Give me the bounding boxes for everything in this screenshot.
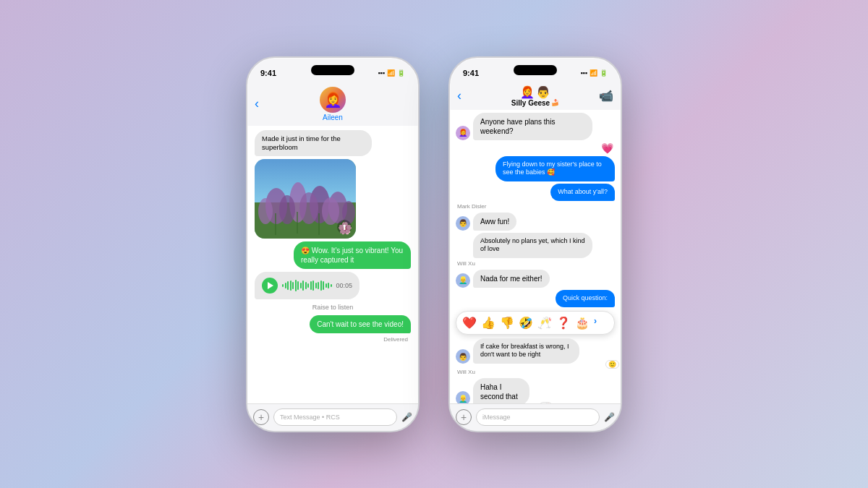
tapback-thumbsdown[interactable]: 👎 [500, 316, 514, 330]
bubble-g14: Haha I second that [473, 378, 529, 403]
heart-reaction: 💗 [601, 142, 613, 154]
group-header[interactable]: 👩‍🦰 👨 Silly Geese 🍰 [511, 85, 559, 107]
bubble-sent-2: Can't wait to see the video! [310, 315, 411, 333]
bubble-sent-1: 😍 Wow. It's just so vibrant! You really … [294, 241, 411, 269]
messages-area-1: Made it just in time for the superbloom [247, 126, 418, 403]
svg-point-6 [258, 198, 273, 224]
contact-header-1[interactable]: 👩‍🦰 Aileen [320, 87, 346, 121]
tapback-more[interactable]: › [594, 316, 597, 330]
contact-name-1: Aileen [323, 114, 343, 121]
msg-row-g14: 👱‍♂️ Haha I second that 🥂 [456, 378, 615, 403]
sender-mark: Mark Disler [456, 203, 615, 210]
mic-button-2[interactable]: 🎤 [604, 412, 615, 422]
add-button-1[interactable]: + [253, 409, 269, 425]
group-name: Silly Geese [511, 99, 550, 107]
msg-row-photo: ⬆ [255, 159, 411, 239]
video-call-button[interactable]: 📹 [599, 89, 613, 103]
tapback-haha[interactable]: 🤣 [519, 316, 533, 330]
play-button[interactable] [262, 278, 278, 294]
bubble-g10: Quick question: [556, 290, 615, 307]
msg-row-g12: 👨 If cake for breakfast is wrong, I don'… [456, 338, 615, 364]
raise-to-listen: Raise to listen [255, 304, 411, 311]
reaction-cheers: 🥂 [539, 402, 553, 403]
input-placeholder-2: iMessage [482, 414, 511, 421]
msg-row-g1: 👩‍🦰 Anyone have plans this weekend? [456, 113, 615, 140]
status-time-2: 9:41 [463, 69, 479, 77]
back-button-2[interactable]: ‹ [457, 88, 461, 103]
status-time-1: 9:41 [260, 69, 276, 77]
bubble-g12: If cake for breakfast is wrong, I don't … [473, 338, 579, 364]
video-icon: 📹 [599, 90, 613, 102]
waveform [282, 279, 332, 292]
messages-area-2: 👩‍🦰 Anyone have plans this weekend? 💗 Fl… [450, 110, 621, 403]
group-nav-header: ‹ 👩‍🦰 👨 Silly Geese 🍰 📹 [450, 84, 621, 110]
msg-row-g4: What about y'all? [456, 184, 615, 201]
avatar-will-2: 👱‍♂️ [456, 391, 470, 403]
wifi-icon-2: 📶 [590, 69, 597, 77]
msg-row-sent-2: Can't wait to see the video! [255, 315, 411, 333]
message-input-2[interactable]: iMessage [476, 408, 600, 426]
tapback-question[interactable]: ❓ [556, 316, 571, 330]
status-icons-1: ▪▪▪ 📶 🔋 [378, 69, 405, 77]
mic-button-1[interactable]: 🎤 [401, 412, 412, 422]
back-button-1[interactable]: ‹ [255, 96, 259, 111]
photo-message[interactable]: ⬆ [255, 159, 356, 239]
input-bar-1: + Text Message • RCS 🎤 [247, 403, 418, 431]
delivered-label: Delivered [255, 336, 411, 343]
message-input-1[interactable]: Text Message • RCS [273, 408, 397, 426]
msg-row-g3: Flying down to my sister's place to see … [456, 156, 615, 181]
dynamic-island-2 [514, 65, 557, 75]
group-emoji: 🍰 [551, 99, 559, 106]
msg-row-g7: Absolutely no plans yet, which I kind of… [456, 233, 615, 258]
battery-icon: 🔋 [397, 69, 405, 77]
avatar-mark: 👨 [456, 216, 470, 231]
avatar-will: 👱‍♂️ [456, 273, 470, 288]
tapback-thumbsup[interactable]: 👍 [481, 316, 495, 330]
dynamic-island-1 [311, 65, 354, 75]
nav-header-1: ‹ 👩‍🦰 Aileen [247, 84, 418, 126]
bubble-g6: Aww fun! [473, 213, 516, 231]
tapback-cake[interactable]: 🎂 [575, 316, 590, 330]
status-icons-2: ▪▪▪ 📶 🔋 [580, 69, 608, 77]
input-bar-2: + iMessage 🎤 [450, 403, 621, 431]
phone-2: 9:41 ▪▪▪ 📶 🔋 ‹ 👩‍🦰 👨 Silly Geese 🍰 📹 � [448, 56, 622, 432]
contact-avatar-1: 👩‍🦰 [320, 87, 346, 113]
signal-icon: ▪▪▪ [378, 69, 385, 77]
msg-row-audio: 00:05 [255, 272, 411, 299]
msg-row-g9: 👱‍♂️ Nada for me either! [456, 270, 615, 288]
msg-row-sent-1: 😍 Wow. It's just so vibrant! You really … [255, 241, 411, 269]
bubble-g9: Nada for me either! [473, 270, 550, 288]
msg-row-g6: 👨 Aww fun! [456, 213, 615, 231]
phone-1: 9:41 ▪▪▪ 📶 🔋 ‹ 👩‍🦰 Aileen Made it just i… [246, 56, 420, 432]
bubble-g4: What about y'all? [550, 184, 615, 201]
tapback-clap[interactable]: 🥂 [537, 316, 552, 330]
avatar-mark-2: 👨 [456, 349, 470, 364]
audio-bubble[interactable]: 00:05 [255, 272, 359, 299]
audio-duration: 00:05 [336, 282, 353, 289]
svg-rect-12 [297, 212, 298, 234]
tapback-heart[interactable]: ❤️ [462, 316, 477, 330]
signal-icon-2: ▪▪▪ [580, 69, 587, 77]
bubble-g1: Anyone have plans this weekend? [473, 113, 592, 140]
svg-point-9 [322, 197, 339, 225]
msg-row-g10: Quick question: [456, 290, 615, 307]
avatar-g1: 👩‍🦰 [456, 126, 470, 140]
input-placeholder-1: Text Message • RCS [280, 414, 340, 421]
sender-will-2: Will Xu [456, 369, 615, 375]
tapback-row[interactable]: ❤️ 👍 👎 🤣 🥂 ❓ 🎂 › [456, 311, 615, 335]
svg-point-8 [299, 192, 318, 224]
sender-will: Will Xu [456, 260, 615, 267]
msg-row: Made it just in time for the superbloom [255, 130, 411, 157]
reaction-smiley: 🙂 [605, 360, 619, 369]
bubble-g3: Flying down to my sister's place to see … [495, 156, 615, 181]
svg-rect-13 [318, 213, 320, 235]
add-button-2[interactable]: + [456, 409, 472, 425]
bubble-g7: Absolutely no plans yet, which I kind of… [473, 233, 592, 258]
svg-point-7 [279, 195, 295, 224]
wifi-icon: 📶 [387, 69, 395, 77]
bubble-received: Made it just in time for the superbloom [255, 130, 372, 157]
battery-icon-2: 🔋 [600, 69, 608, 77]
svg-rect-11 [275, 213, 276, 235]
